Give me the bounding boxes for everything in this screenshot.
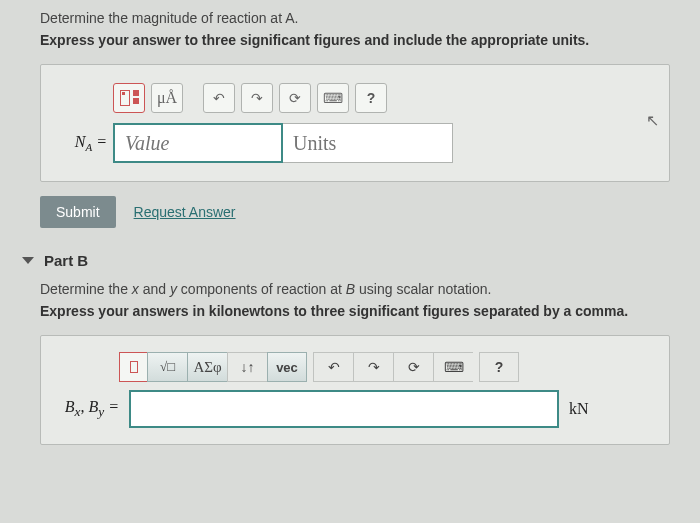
part-a-question: Determine the magnitude of reaction at A… [40,10,670,26]
updown-button[interactable]: ↓↑ [227,352,267,382]
sqrt-button[interactable]: √□ [147,352,187,382]
part-b-instruction: Express your answers in kilonewtons to t… [40,303,670,319]
part-b-var-label: Bx, By = [61,398,119,420]
part-a-instruction: Express your answer to three significant… [40,32,670,48]
greek-button[interactable]: ΑΣφ [187,352,227,382]
part-b-question: Determine the x and y components of reac… [40,281,670,297]
redo-button[interactable]: ↷ [241,83,273,113]
value-input-b[interactable] [129,390,559,428]
redo-button-b[interactable]: ↷ [353,352,393,382]
value-input[interactable] [113,123,283,163]
collapse-toggle-icon[interactable] [22,257,34,264]
part-b-unit: kN [569,400,589,418]
undo-button[interactable]: ↶ [203,83,235,113]
submit-button[interactable]: Submit [40,196,116,228]
part-a-answer-box: ↖ μÅ ↶ ↷ ⟳ ⌨ ? NA = [40,64,670,182]
part-a-var-label: NA = [65,133,113,153]
template-format-button[interactable] [113,83,145,113]
part-b-toolbar: √□ ΑΣφ ↓↑ vec ↶ ↷ ⟳ ⌨ ? [119,352,649,382]
reset-button[interactable]: ⟳ [279,83,311,113]
keyboard-button[interactable]: ⌨ [317,83,349,113]
undo-button-b[interactable]: ↶ [313,352,353,382]
help-button-b[interactable]: ? [479,352,519,382]
part-b-answer-box: √□ ΑΣφ ↓↑ vec ↶ ↷ ⟳ ⌨ ? Bx, By = kN [40,335,670,445]
template-format-button-b[interactable] [119,352,147,382]
vec-button[interactable]: vec [267,352,307,382]
part-a-toolbar: μÅ ↶ ↷ ⟳ ⌨ ? [113,83,645,113]
cursor-icon: ↖ [646,111,659,130]
units-mu-button[interactable]: μÅ [151,83,183,113]
part-b-label: Part B [44,252,88,269]
keyboard-button-b[interactable]: ⌨ [433,352,473,382]
units-input[interactable] [283,123,453,163]
reset-button-b[interactable]: ⟳ [393,352,433,382]
request-answer-link[interactable]: Request Answer [134,204,236,220]
help-button[interactable]: ? [355,83,387,113]
